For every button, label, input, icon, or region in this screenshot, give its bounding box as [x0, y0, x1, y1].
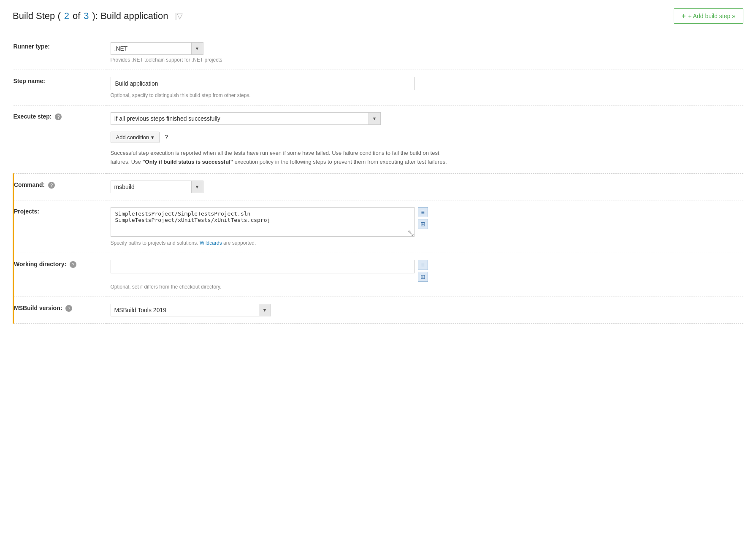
- title-prefix: Build Step (: [13, 11, 61, 22]
- add-condition-label: Add condition: [116, 134, 149, 140]
- working-directory-row: Working directory: ? ≡ ⊞ Optional, set i…: [14, 253, 744, 297]
- projects-wrap: SimpleTestsProject/SimpleTestsProject.sl…: [111, 207, 415, 238]
- msbuild-version-help-icon[interactable]: ?: [65, 305, 72, 312]
- command-label: Command: ?: [14, 173, 106, 200]
- command-select[interactable]: msbuild xbuild dotnet: [111, 181, 203, 193]
- step-sep: of: [73, 11, 80, 22]
- wildcards-link[interactable]: Wildcards: [200, 240, 222, 246]
- execute-step-info: Successful step execution is reported wh…: [111, 149, 448, 167]
- working-directory-input[interactable]: [111, 260, 415, 273]
- working-directory-hint: Optional, set if differs from the checko…: [111, 284, 740, 290]
- command-row: Command: ? msbuild xbuild dotnet ▼: [14, 173, 744, 200]
- working-dir-file-button[interactable]: ≡: [418, 260, 428, 270]
- form-table: Runner type: .NET Maven Gradle ▼ Provide…: [13, 35, 743, 324]
- command-help-icon[interactable]: ?: [48, 182, 55, 189]
- projects-label: Projects:: [14, 200, 106, 253]
- projects-tree-button[interactable]: ⊞: [418, 219, 428, 229]
- add-condition-help-icon[interactable]: ?: [165, 134, 168, 140]
- msbuild-version-row: MSBuild version: ? MSBuild Tools 2019 MS…: [14, 297, 744, 323]
- runner-type-select-wrap[interactable]: .NET Maven Gradle ▼: [111, 42, 203, 55]
- command-value: msbuild xbuild dotnet ▼: [106, 173, 744, 200]
- step-name-label: Step name:: [14, 70, 106, 105]
- step-name-hint: Optional, specify to distinguish this bu…: [111, 92, 740, 98]
- title-suffix: ): Build application: [92, 11, 168, 22]
- working-dir-tree-button[interactable]: ⊞: [418, 272, 428, 282]
- runner-type-row: Runner type: .NET Maven Gradle ▼ Provide…: [14, 35, 744, 70]
- working-directory-help-icon[interactable]: ?: [70, 261, 76, 268]
- projects-textarea[interactable]: SimpleTestsProject/SimpleTestsProject.sl…: [111, 207, 415, 237]
- page-header: Build Step (2 of 3): Build application |…: [13, 8, 743, 24]
- runner-type-value: .NET Maven Gradle ▼ Provides .NET toolch…: [106, 35, 744, 70]
- title-separator: |▽: [175, 11, 183, 21]
- step-name-value: Optional, specify to distinguish this bu…: [106, 70, 744, 105]
- projects-icon-buttons: ≡ ⊞: [418, 207, 428, 229]
- working-dir-inner: ≡ ⊞: [111, 260, 740, 282]
- command-select-wrap[interactable]: msbuild xbuild dotnet ▼: [111, 181, 203, 193]
- projects-file-button[interactable]: ≡: [418, 207, 428, 217]
- execute-step-label: Execute step: ?: [14, 105, 106, 174]
- projects-hint: Specify paths to projects and solutions.…: [111, 240, 740, 246]
- msbuild-version-select-wrap[interactable]: MSBuild Tools 2019 MSBuild Tools 2017 MS…: [111, 304, 271, 316]
- working-directory-label: Working directory: ?: [14, 253, 106, 297]
- projects-inner: SimpleTestsProject/SimpleTestsProject.sl…: [111, 207, 740, 238]
- runner-type-select[interactable]: .NET Maven Gradle: [111, 43, 203, 54]
- execute-step-row: Execute step: ? If all previous steps fi…: [14, 105, 744, 174]
- step-total: 3: [84, 11, 89, 22]
- execute-step-select-wrap[interactable]: If all previous steps finished successfu…: [111, 112, 381, 125]
- page-title: Build Step (2 of 3): Build application |…: [13, 11, 183, 22]
- working-dir-icon-buttons: ≡ ⊞: [418, 260, 428, 282]
- projects-row: Projects: SimpleTestsProject/SimpleTests…: [14, 200, 744, 253]
- pencil-icon: ✎: [408, 229, 412, 235]
- add-condition-button[interactable]: Add condition ▾: [111, 132, 160, 143]
- runner-type-label: Runner type:: [14, 35, 106, 70]
- plus-icon: +: [682, 12, 686, 20]
- execute-step-help-icon[interactable]: ?: [55, 113, 62, 120]
- step-current: 2: [64, 11, 69, 22]
- add-condition-arrow-icon: ▾: [151, 134, 154, 140]
- msbuild-version-value: MSBuild Tools 2019 MSBuild Tools 2017 MS…: [106, 297, 744, 323]
- add-build-step-button[interactable]: + + Add build step »: [674, 8, 743, 24]
- add-build-step-label: + Add build step »: [688, 13, 735, 19]
- execute-step-value: If all previous steps finished successfu…: [106, 105, 744, 174]
- runner-type-hint: Provides .NET toolchain support for .NET…: [111, 57, 740, 63]
- working-directory-value: ≡ ⊞ Optional, set if differs from the ch…: [106, 253, 744, 297]
- execute-step-select[interactable]: If all previous steps finished successfu…: [111, 113, 380, 124]
- projects-value: SimpleTestsProject/SimpleTestsProject.sl…: [106, 200, 744, 253]
- msbuild-version-select[interactable]: MSBuild Tools 2019 MSBuild Tools 2017 MS…: [111, 304, 271, 316]
- step-name-row: Step name: Optional, specify to distingu…: [14, 70, 744, 105]
- step-name-input[interactable]: [111, 77, 415, 90]
- msbuild-version-label: MSBuild version: ?: [14, 297, 106, 323]
